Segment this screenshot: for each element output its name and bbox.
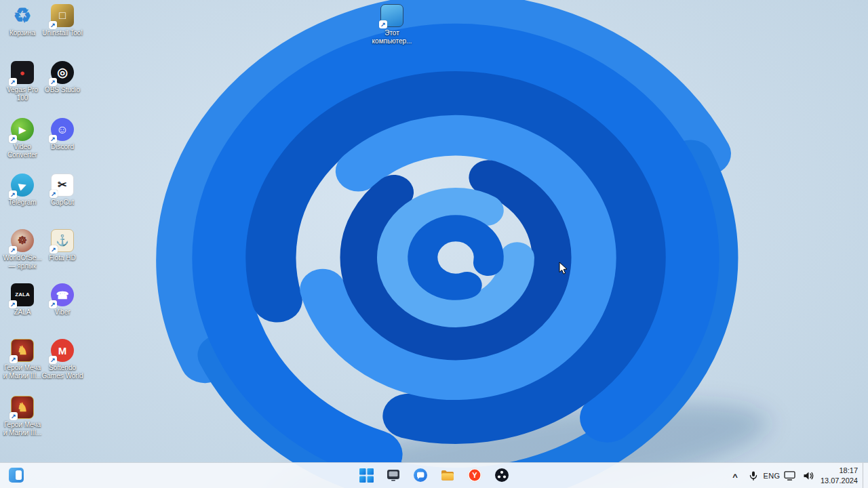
desktop[interactable]: ♻Корзина□↗Uninstall Tool●↗Vegas Pro 100◎… — [0, 0, 868, 463]
world-of-sea-icon: ☸↗ — [11, 229, 34, 252]
clock-time: 18:17 — [821, 466, 858, 475]
taskbar-app-obs[interactable] — [490, 465, 514, 485]
desktop-icon-label: OBS Studio — [45, 86, 80, 94]
discord-icon: ☺↗ — [51, 118, 74, 141]
volume-button[interactable] — [800, 466, 817, 486]
network-icon — [784, 470, 795, 481]
uninstall-tool-glyph: □ — [59, 10, 66, 21]
telegram-icon: ▶↗ — [11, 174, 34, 197]
network-button[interactable] — [781, 466, 799, 486]
taskbar-app-group: Y — [354, 465, 514, 485]
chat-bubble-icon — [413, 468, 428, 483]
microphone-icon — [748, 470, 759, 481]
desktop-icon-label: Flota HD — [49, 254, 75, 262]
recycle-bin-glyph: ♻ — [14, 5, 32, 26]
desktop-icon-viber[interactable]: ☎↗Viber — [41, 283, 83, 317]
desktop-icon-label: WorldOfSe... — ярлык — [1, 254, 43, 270]
desktop-icon-label: Герои Меча и Магии III... — [1, 364, 43, 380]
heroes-3-a-glyph: ♞ — [17, 344, 28, 357]
zala-icon: ZALA↗ — [11, 283, 34, 306]
taskbar-app-explorer[interactable] — [435, 465, 460, 485]
desktop-icon-label: Viber — [54, 308, 70, 317]
telegram-glyph: ▶ — [18, 180, 27, 190]
windows-start-icon — [359, 468, 374, 483]
tray-chevron-button[interactable]: ^ — [726, 466, 744, 486]
obs-studio-icon: ◎↗ — [51, 61, 74, 84]
desktop-icon-telegram[interactable]: ▶↗Telegram — [1, 174, 43, 207]
taskbar: Y ^ ENG — [0, 462, 868, 488]
widgets-icon — [9, 468, 24, 483]
capcut-glyph: ✂ — [58, 180, 66, 190]
language-label: ENG — [764, 472, 781, 480]
shortcut-arrow-icon: ↗ — [379, 20, 387, 28]
desktop-icon-label: Video Converter — [1, 143, 43, 159]
discord-glyph: ☺ — [56, 124, 68, 136]
shortcut-arrow-icon: ↗ — [9, 190, 17, 199]
video-converter-glyph: ▶ — [19, 125, 26, 134]
viber-icon: ☎↗ — [51, 283, 74, 306]
vegas-pro-glyph: ● — [20, 68, 25, 77]
shortcut-arrow-icon: ↗ — [49, 21, 57, 29]
desktop-icon-softendo[interactable]: M↗Softendo Games World — [41, 339, 83, 380]
shortcut-arrow-icon: ↗ — [9, 355, 18, 363]
viber-glyph: ☎ — [56, 290, 69, 300]
desktop-icon-label: Этот компьютер... — [371, 29, 413, 45]
obs-studio-glyph: ◎ — [57, 66, 68, 79]
zala-glyph: ZALA — [15, 292, 29, 298]
desktop-icon-zala[interactable]: ZALA↗ZALA — [1, 283, 43, 317]
flota-hd-icon: ⚓↗ — [51, 229, 74, 252]
softendo-glyph: M — [58, 346, 67, 356]
desktop-icon-obs-studio[interactable]: ◎↗OBS Studio — [41, 61, 83, 94]
shortcut-arrow-icon: ↗ — [9, 412, 18, 420]
desktop-icon-heroes-3-a[interactable]: ♞↗Герои Меча и Магии III... — [1, 339, 43, 380]
language-indicator[interactable]: ENG — [763, 466, 781, 486]
system-tray: ^ ENG 18:17 13.07. — [726, 463, 867, 488]
svg-text:Y: Y — [472, 471, 477, 479]
shortcut-arrow-icon: ↗ — [50, 190, 58, 198]
taskbar-app-chat[interactable] — [408, 465, 433, 485]
desktop-icon-world-of-sea[interactable]: ☸↗WorldOfSe... — ярлык — [1, 229, 43, 270]
obs-circle-icon — [494, 468, 509, 483]
desktop-icon-label: CapCut — [51, 199, 74, 207]
clock-date: 13.07.2024 — [821, 476, 858, 485]
dark-monitor-icon — [386, 468, 401, 483]
shortcut-arrow-icon: ↗ — [49, 300, 57, 308]
desktop-icon-label: Корзина — [9, 29, 35, 37]
desktop-icon-label: Герои Меча и Магии III... — [1, 421, 43, 436]
chevron-up-icon: ^ — [732, 472, 738, 482]
heroes-3-b-icon: ♞↗ — [11, 396, 34, 419]
microphone-button[interactable] — [745, 466, 762, 486]
desktop-icon-this-pc[interactable]: ↗Этот компьютер... — [371, 4, 413, 45]
capcut-icon: ✂↗ — [51, 174, 74, 197]
desktop-icon-video-converter[interactable]: ▶↗Video Converter — [1, 118, 43, 159]
shortcut-arrow-icon: ↗ — [9, 78, 17, 86]
desktop-icon-label: Telegram — [8, 199, 36, 207]
desktop-icon-discord[interactable]: ☺↗Discord — [41, 118, 83, 151]
show-desktop-button[interactable] — [863, 463, 867, 488]
desktop-icon-label: Uninstall Tool — [42, 29, 82, 37]
shortcut-arrow-icon: ↗ — [9, 246, 17, 254]
taskbar-app-start[interactable] — [354, 465, 378, 485]
desktop-icon-uninstall-tool[interactable]: □↗Uninstall Tool — [41, 4, 83, 37]
desktop-icon-flota-hd[interactable]: ⚓↗Flota HD — [41, 229, 83, 262]
desktop-icon-heroes-3-b[interactable]: ♞↗Герои Меча и Магии III... — [1, 396, 43, 436]
shortcut-arrow-icon: ↗ — [9, 300, 17, 308]
taskbar-app-yandex-browser[interactable]: Y — [462, 465, 487, 485]
desktop-icon-label: Discord — [51, 143, 74, 151]
taskbar-clock[interactable]: 18:17 13.07.2024 — [818, 466, 862, 485]
desktop-icon-vegas-pro[interactable]: ●↗Vegas Pro 100 — [1, 61, 43, 102]
flota-hd-glyph: ⚓ — [56, 235, 69, 246]
yandex-y-icon: Y — [467, 468, 482, 483]
shortcut-arrow-icon: ↗ — [49, 356, 57, 364]
vegas-pro-icon: ●↗ — [11, 61, 34, 84]
desktop-icon-label: ZALA — [14, 308, 31, 317]
desktop-icon-recycle-bin[interactable]: ♻Корзина — [1, 4, 43, 37]
desktop-icon-label: Vegas Pro 100 — [1, 86, 43, 102]
softendo-icon: M↗ — [51, 339, 74, 362]
heroes-3-a-icon: ♞↗ — [11, 339, 34, 362]
shortcut-arrow-icon: ↗ — [49, 135, 57, 143]
shortcut-arrow-icon: ↗ — [9, 135, 17, 143]
widgets-button[interactable] — [4, 465, 28, 485]
taskbar-app-dark-window[interactable] — [381, 465, 406, 485]
desktop-icon-capcut[interactable]: ✂↗CapCut — [41, 174, 83, 207]
